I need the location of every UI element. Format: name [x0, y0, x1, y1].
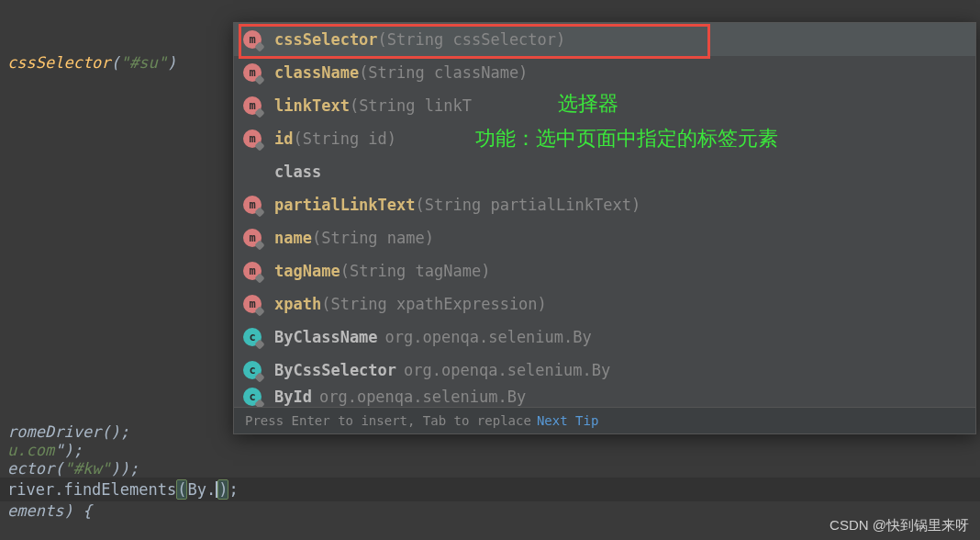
method-icon: m — [243, 63, 262, 82]
code-method: cssSelector — [7, 53, 111, 72]
footer-hint: Press Enter to insert, Tab to replace — [245, 413, 531, 428]
code-editor[interactable]: cssSelector("#su") — [0, 0, 176, 75]
watermark: CSDN @快到锅里来呀 — [830, 517, 969, 534]
completion-item-partialLinkText[interactable]: m partialLinkText (String partialLinkTex… — [234, 188, 975, 221]
completion-item-class[interactable]: class — [234, 155, 975, 188]
blank-icon — [243, 163, 262, 181]
method-icon: m — [243, 129, 262, 148]
code-string: "#su" — [120, 53, 167, 72]
method-icon: m — [243, 229, 262, 247]
completion-item-ByCssSelector[interactable]: c ByCssSelector org.openqa.selenium.By — [234, 354, 975, 387]
code-editor-bottom[interactable]: romeDriver(); u.com"); ector("#kw")); ri… — [0, 422, 980, 520]
method-icon: m — [243, 196, 262, 214]
paren-match-close: ) — [217, 479, 228, 500]
method-icon: m — [243, 30, 262, 49]
completion-item-xpath[interactable]: m xpath (String xpathExpression) — [234, 287, 975, 321]
completion-item-ById[interactable]: c ById org.openqa.selenium.By — [234, 387, 975, 407]
completion-footer: Press Enter to insert, Tab to replace Ne… — [234, 407, 975, 433]
method-icon: m — [243, 96, 262, 115]
code-completion-popup: m cssSelector (String cssSelector) m cla… — [233, 22, 976, 434]
caret-icon — [216, 481, 217, 498]
class-icon: c — [243, 388, 262, 406]
completion-item-id[interactable]: m id (String id) — [234, 122, 975, 155]
paren-match-open: ( — [176, 479, 187, 500]
active-line[interactable]: river.findElements(By.); — [0, 478, 980, 501]
method-icon: m — [243, 295, 262, 313]
completion-item-ByClassName[interactable]: c ByClassName org.openqa.selenium.By — [234, 321, 975, 354]
class-icon: c — [243, 328, 262, 346]
completion-item-tagName[interactable]: m tagName (String tagName) — [234, 254, 975, 287]
class-icon: c — [243, 361, 262, 379]
completion-item-className[interactable]: m className (String className) — [234, 56, 975, 89]
method-icon: m — [243, 262, 262, 280]
completion-item-name[interactable]: m name (String name) — [234, 221, 975, 254]
completion-item-linkText[interactable]: m linkText (String linkT — [234, 89, 975, 122]
next-tip-link[interactable]: Next Tip — [537, 413, 598, 428]
completion-item-cssSelector[interactable]: m cssSelector (String cssSelector) — [234, 23, 975, 56]
